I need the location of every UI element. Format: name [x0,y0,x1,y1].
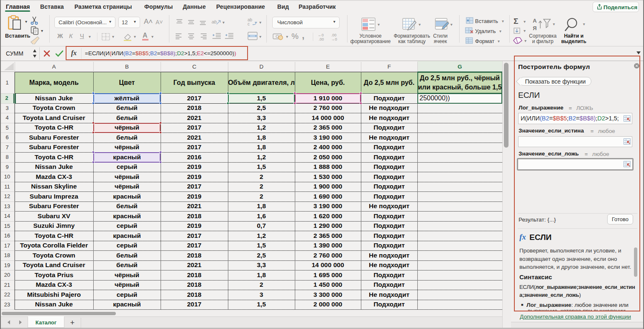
svg-text:←0: ←0 [318,33,324,37]
svg-text:.00: .00 [331,33,337,37]
svg-text:А: А [533,18,537,24]
svg-text:c: c [248,22,250,26]
svg-text:ab: ab [212,19,217,24]
svg-text:→0: →0 [331,37,337,41]
svg-text:.00: .00 [319,37,324,41]
svg-text:Я: Я [533,25,537,31]
